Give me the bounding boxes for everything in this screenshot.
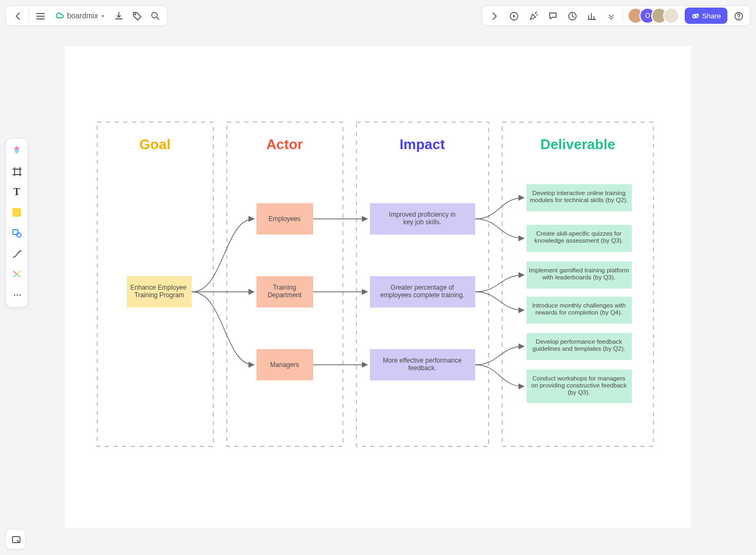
- connector[interactable]: [475, 346, 524, 365]
- avatar[interactable]: [663, 8, 679, 24]
- history-button[interactable]: [563, 7, 580, 24]
- share-button[interactable]: Share: [685, 8, 727, 24]
- stats-button[interactable]: [583, 7, 600, 24]
- topbar-left: boardmix ▾: [5, 5, 167, 26]
- tool-text[interactable]: T: [8, 183, 26, 201]
- impact-header: Impact: [400, 136, 445, 152]
- cloud-icon: [54, 10, 64, 22]
- file-name-label: boardmix: [67, 11, 98, 20]
- svg-text:Develop performance feedbackgu: Develop performance feedbackguidelines a…: [532, 338, 625, 352]
- chevron-left-icon: [13, 11, 23, 21]
- svg-text:Managers: Managers: [270, 361, 299, 369]
- canvas[interactable]: Goal Actor Impact Deliverable Enhance Em…: [65, 46, 691, 528]
- tool-templates[interactable]: [8, 142, 26, 160]
- chevron-double-icon: [606, 11, 616, 21]
- svg-rect-6: [12, 208, 21, 217]
- svg-point-9: [14, 295, 16, 296]
- deliverable-node-1[interactable]: Create skill-specific quizzes forknowled…: [526, 225, 632, 252]
- svg-point-10: [17, 295, 18, 296]
- impact-node-1[interactable]: Greater percentage ofemployees complete …: [370, 276, 475, 307]
- confetti-button[interactable]: [524, 7, 542, 24]
- share-label: Share: [702, 12, 721, 20]
- svg-text:Greater percentage ofemployees: Greater percentage ofemployees complete …: [380, 284, 464, 299]
- connector[interactable]: [475, 275, 524, 292]
- divider: [623, 10, 623, 22]
- svg-text:Develop interactive online tra: Develop interactive online trainingmodul…: [530, 190, 628, 203]
- collaborator-avatars[interactable]: O: [627, 8, 679, 24]
- svg-point-4: [693, 15, 696, 18]
- deliverable-node-4[interactable]: Develop performance feedbackguidelines a…: [526, 333, 632, 360]
- file-name-dropdown[interactable]: boardmix ▾: [50, 7, 109, 24]
- deliverable-node-3[interactable]: Introduce monthly challenges withrewards…: [526, 297, 632, 324]
- deliverable-node-0[interactable]: Develop interactive online trainingmodul…: [526, 184, 632, 211]
- svg-point-0: [134, 14, 136, 15]
- chevron-right-icon: [489, 11, 499, 21]
- deliverable-node-5[interactable]: Conduct workshops for managerson providi…: [526, 370, 632, 403]
- branch-icon: [11, 269, 22, 279]
- side-toolbar: T: [5, 138, 28, 307]
- impact-node-0[interactable]: Improved proficiency inkey job skills.: [370, 203, 475, 235]
- history-icon: [567, 11, 577, 21]
- curve-icon: [12, 249, 22, 258]
- panel-icon: [11, 534, 21, 544]
- connector[interactable]: [192, 219, 254, 292]
- back-button[interactable]: [9, 7, 26, 24]
- svg-point-8: [17, 233, 21, 237]
- divider: [29, 10, 29, 22]
- help-icon: [733, 11, 743, 21]
- play-button[interactable]: [505, 7, 522, 24]
- svg-text:Introduce monthly challenges w: Introduce monthly challenges withrewards…: [532, 302, 625, 316]
- expand-button[interactable]: [485, 7, 503, 24]
- comment-icon: [548, 11, 557, 21]
- connector[interactable]: [475, 219, 524, 238]
- svg-point-11: [19, 295, 21, 296]
- menu-button[interactable]: [31, 7, 49, 24]
- minimap-button[interactable]: [5, 529, 26, 550]
- tag-button[interactable]: [128, 7, 145, 24]
- connector[interactable]: [475, 365, 524, 386]
- diamond-stack-icon: [11, 145, 23, 157]
- impact-node-2[interactable]: More effective performancefeedback.: [370, 349, 475, 380]
- search-button[interactable]: [146, 7, 164, 24]
- tool-sticky[interactable]: [8, 203, 26, 222]
- deliverable-header: Deliverable: [541, 136, 616, 152]
- tool-mindmap[interactable]: [8, 265, 26, 283]
- tool-more[interactable]: [8, 285, 26, 304]
- topbar-right: O Share: [482, 5, 751, 26]
- actor-node-managers[interactable]: Managers: [256, 349, 313, 380]
- actor-node-employees[interactable]: Employees: [256, 203, 313, 235]
- connector[interactable]: [192, 292, 254, 365]
- frame-icon: [12, 166, 22, 176]
- party-icon: [528, 11, 538, 21]
- export-button[interactable]: [110, 7, 127, 24]
- shapes-icon: [12, 228, 22, 238]
- download-icon: [113, 11, 123, 21]
- deliverable-node-2[interactable]: Implement gamified training platformwith…: [526, 262, 632, 289]
- bar-chart-icon: [586, 11, 596, 21]
- chevron-down-icon: ▾: [102, 13, 104, 19]
- dots-icon: [12, 290, 22, 299]
- tool-frame[interactable]: [8, 162, 26, 180]
- search-icon: [150, 11, 160, 21]
- svg-text:Implement gamified training pl: Implement gamified training platformwith…: [529, 267, 629, 280]
- connector[interactable]: [475, 292, 524, 310]
- tool-shape[interactable]: [8, 224, 26, 242]
- svg-text:Create skill-specific quizzes : Create skill-specific quizzes forknowled…: [535, 230, 623, 244]
- actor-node-training[interactable]: TrainingDepartment: [256, 276, 313, 307]
- tool-connector[interactable]: [8, 244, 26, 263]
- actor-header: Actor: [266, 136, 303, 152]
- play-circle-icon: [509, 11, 518, 21]
- sticky-note-icon: [11, 207, 22, 218]
- goal-header: Goal: [139, 136, 171, 152]
- share-icon: [691, 12, 699, 19]
- svg-text:Employees: Employees: [268, 215, 300, 223]
- text-icon: T: [14, 186, 20, 198]
- impact-map-diagram[interactable]: Goal Actor Impact Deliverable Enhance Em…: [65, 46, 691, 528]
- hamburger-icon: [35, 11, 45, 21]
- more-button[interactable]: [602, 7, 619, 24]
- comment-button[interactable]: [544, 7, 561, 24]
- goal-node[interactable]: Enhance Employee Training Program: [127, 276, 192, 307]
- connector[interactable]: [475, 198, 524, 219]
- help-button[interactable]: [730, 7, 747, 24]
- svg-text:Enhance Employee
      Trainin: Enhance Employee Training Program: [130, 284, 188, 299]
